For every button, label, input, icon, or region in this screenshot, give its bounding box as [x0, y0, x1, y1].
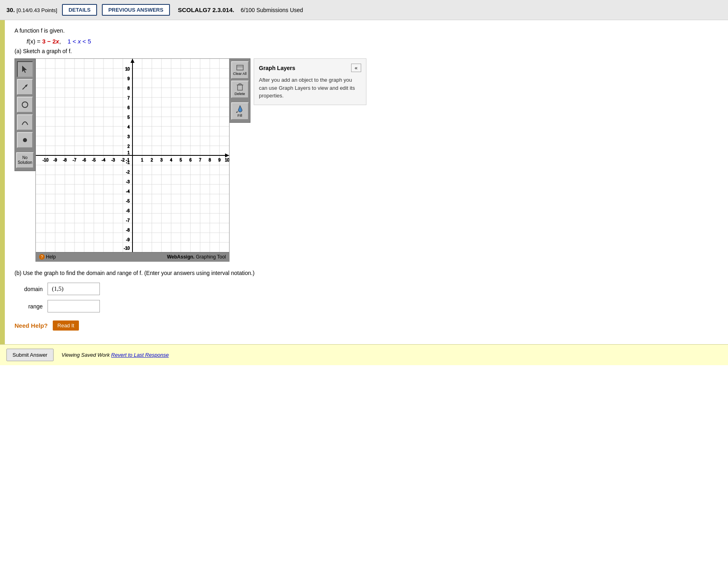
svg-text:-2: -2	[121, 158, 125, 162]
svg-text:7: 7	[127, 96, 130, 100]
svg-text:8: 8	[209, 158, 211, 162]
svg-rect-92	[237, 65, 243, 70]
svg-text:-6: -6	[83, 158, 86, 162]
svg-text:-3: -3	[112, 158, 115, 162]
svg-text:7: 7	[199, 158, 201, 162]
no-solution-button[interactable]: No Solution	[16, 152, 34, 168]
function-display: f(x) = 3 − 2x, 1 < x < 5	[27, 38, 718, 45]
svg-text:-8: -8	[63, 158, 67, 162]
submissions-used: 6/100 Submissions Used	[241, 7, 303, 13]
graph-area[interactable]: -10 -9 -8 -7 -6 -5 -4 -3 -2 -1 1	[35, 58, 230, 262]
part-b-label: (b) Use the graph to find the domain and…	[14, 270, 718, 276]
webassign-credit: WebAssign. Graphing Tool	[167, 254, 226, 260]
svg-marker-0	[22, 66, 27, 73]
fill-button[interactable]: Fill	[231, 102, 249, 120]
svg-text:10: 10	[225, 158, 229, 162]
svg-point-3	[22, 102, 28, 108]
part-a-label: (a) Sketch a graph of f.	[14, 48, 718, 54]
graph-layers-title: Graph Layers	[259, 65, 295, 71]
svg-text:3: 3	[127, 134, 130, 139]
range-input[interactable]	[48, 300, 100, 312]
dot-tool[interactable]	[17, 132, 33, 148]
read-it-button[interactable]: Read It	[53, 320, 79, 331]
problem-statement: A function f is given.	[14, 27, 718, 34]
svg-text:4: 4	[170, 158, 172, 162]
svg-text:4: 4	[127, 125, 130, 129]
need-help-section: Need Help? Read It	[14, 320, 718, 331]
graph-layers-panel: Graph Layers « After you add an object t…	[254, 58, 366, 105]
svg-rect-94	[238, 85, 242, 90]
svg-text:-7: -7	[73, 158, 77, 162]
svg-text:-9: -9	[126, 238, 130, 242]
svg-text:-4: -4	[102, 158, 105, 162]
domain-input[interactable]	[48, 283, 100, 295]
svg-line-99	[236, 112, 238, 113]
svg-text:2: 2	[151, 158, 153, 162]
details-button[interactable]: DETAILS	[62, 4, 97, 16]
arrow-tool[interactable]	[17, 79, 33, 95]
clear-all-button[interactable]: Clear All	[231, 61, 249, 79]
side-tools: Clear All Delete	[230, 58, 250, 123]
range-row: range	[14, 300, 718, 312]
svg-text:-3: -3	[126, 180, 130, 184]
svg-text:1: 1	[127, 151, 130, 155]
domain-label: domain	[14, 286, 43, 292]
svg-text:-2: -2	[126, 170, 130, 174]
svg-text:10: 10	[125, 67, 130, 71]
help-link[interactable]: ? Help	[39, 254, 56, 260]
svg-text:-4: -4	[126, 189, 130, 194]
svg-point-4	[23, 138, 27, 142]
svg-text:5: 5	[180, 158, 182, 162]
circle-tool[interactable]	[17, 97, 33, 113]
svg-text:-10: -10	[124, 246, 130, 250]
svg-text:6: 6	[127, 105, 130, 110]
range-label: range	[14, 303, 43, 310]
svg-text:9: 9	[218, 158, 221, 162]
course-code: SCOLALG7 2.3.014.	[178, 6, 234, 13]
help-icon: ?	[39, 254, 45, 260]
svg-text:-8: -8	[126, 228, 130, 232]
svg-text:-5: -5	[126, 199, 130, 203]
parabola-tool[interactable]	[17, 114, 33, 130]
revert-link[interactable]: Revert to Last Response	[111, 352, 169, 358]
svg-text:-5: -5	[92, 158, 96, 162]
svg-text:8: 8	[127, 86, 130, 91]
svg-text:9: 9	[127, 76, 130, 81]
delete-button[interactable]: Delete	[231, 81, 249, 98]
svg-text:1: 1	[141, 158, 143, 162]
svg-text:2: 2	[127, 144, 130, 149]
svg-text:-1: -1	[126, 160, 130, 165]
svg-text:-7: -7	[126, 218, 130, 223]
need-help-label: Need Help?	[14, 322, 48, 329]
svg-text:6: 6	[189, 158, 192, 162]
cursor-tool[interactable]	[17, 61, 33, 77]
svg-text:5: 5	[127, 115, 130, 120]
submit-answer-button[interactable]: Submit Answer	[6, 349, 54, 361]
footer-text: Viewing Saved Work Revert to Last Respon…	[62, 352, 169, 358]
svg-text:-6: -6	[126, 209, 130, 213]
graph-layers-description: After you add an object to the graph you…	[259, 76, 361, 100]
graph-grid: -10 -9 -8 -7 -6 -5 -4 -3 -2 -1 1	[36, 59, 229, 252]
previous-answers-button[interactable]: PREVIOUS ANSWERS	[102, 4, 170, 16]
svg-text:-9: -9	[54, 158, 57, 162]
svg-text:3: 3	[160, 158, 163, 162]
footer-bar: Submit Answer Viewing Saved Work Revert …	[0, 344, 728, 365]
graph-bottom-bar: ? Help WebAssign. Graphing Tool	[36, 252, 229, 261]
svg-text:-10: -10	[43, 158, 49, 162]
domain-row: domain	[14, 283, 718, 295]
question-number: 30. [0.14/0.43 Points]	[6, 6, 57, 13]
graph-toolbar: No Solution	[14, 58, 35, 171]
collapse-graph-layers-button[interactable]: «	[351, 64, 361, 72]
